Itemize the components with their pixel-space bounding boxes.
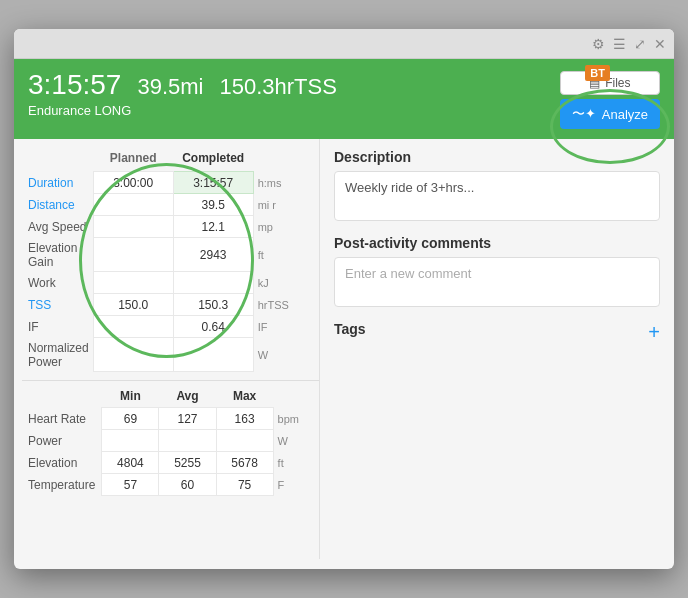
min-header: Min: [102, 385, 159, 408]
title-bar: ⚙ ☰ ⤢ ✕: [14, 29, 674, 59]
planned-header: Planned: [93, 147, 173, 172]
if-unit: IF: [253, 316, 319, 338]
elev-unit: ft: [273, 452, 319, 474]
minmax-label-header: [22, 385, 102, 408]
gear-icon[interactable]: ⚙: [592, 36, 605, 52]
table-row: Power W: [22, 430, 319, 452]
hr-avg[interactable]: 127: [159, 408, 216, 430]
minmax-unit-header: [273, 385, 319, 408]
temp-max[interactable]: 75: [216, 474, 273, 496]
elev-max[interactable]: 5678: [216, 452, 273, 474]
analyze-label: Analyze: [602, 107, 648, 122]
avgspeed-unit: mp: [253, 216, 319, 238]
if-completed[interactable]: 0.64: [173, 316, 253, 338]
header-stats: 3:15:57 39.5mi 150.3hrTSS: [28, 69, 337, 101]
table-row: Distance 39.5 mi r: [22, 194, 319, 216]
work-label: Work: [22, 272, 93, 294]
left-panel: Planned Completed Duration 3:00:00 3:15:…: [14, 139, 319, 559]
description-text[interactable]: Weekly ride of 3+hrs...: [334, 171, 660, 221]
unit-header: [253, 147, 319, 172]
right-panel: Description Weekly ride of 3+hrs... Post…: [319, 139, 674, 559]
power-unit: W: [273, 430, 319, 452]
main-content: Planned Completed Duration 3:00:00 3:15:…: [14, 139, 674, 559]
distance-label: Distance: [22, 194, 93, 216]
table-row: Work kJ: [22, 272, 319, 294]
work-planned[interactable]: [93, 272, 173, 294]
temp-unit: F: [273, 474, 319, 496]
header-left: 3:15:57 39.5mi 150.3hrTSS Endurance LONG: [28, 69, 337, 118]
power-min[interactable]: [102, 430, 159, 452]
avgspeed-planned[interactable]: [93, 216, 173, 238]
distance-planned[interactable]: [93, 194, 173, 216]
table-row: TSS 150.0 150.3 hrTSS: [22, 294, 319, 316]
hr-min[interactable]: 69: [102, 408, 159, 430]
if-planned[interactable]: [93, 316, 173, 338]
table-row: Avg Speed 12.1 mp: [22, 216, 319, 238]
header-time: 3:15:57: [28, 69, 121, 101]
waveform-icon: 〜✦: [572, 105, 596, 123]
hr-max[interactable]: 163: [216, 408, 273, 430]
tags-title: Tags: [334, 321, 366, 337]
description-title: Description: [334, 149, 660, 165]
avgspeed-completed[interactable]: 12.1: [173, 216, 253, 238]
table-row: Duration 3:00:00 3:15:57 h:ms: [22, 172, 319, 194]
elevgain-label: Elevation Gain: [22, 238, 93, 272]
menu-icon[interactable]: ☰: [613, 36, 626, 52]
analyze-button[interactable]: 〜✦ Analyze: [560, 99, 660, 129]
power-avg[interactable]: [159, 430, 216, 452]
tss-completed[interactable]: 150.3: [173, 294, 253, 316]
table-row: IF 0.64 IF: [22, 316, 319, 338]
table-row: Elevation 4804 5255 5678 ft: [22, 452, 319, 474]
title-bar-icons: ⚙ ☰ ⤢ ✕: [592, 36, 666, 52]
if-label: IF: [22, 316, 93, 338]
elev-min[interactable]: 4804: [102, 452, 159, 474]
table-row: Heart Rate 69 127 163 bpm: [22, 408, 319, 430]
normpower-planned[interactable]: [93, 338, 173, 372]
temp-avg[interactable]: 60: [159, 474, 216, 496]
comments-title: Post-activity comments: [334, 235, 660, 251]
table-row: Elevation Gain 2943 ft: [22, 238, 319, 272]
tss-label: TSS: [22, 294, 93, 316]
bt-badge: BT: [585, 65, 610, 81]
header-tss: 150.3hrTSS: [219, 74, 336, 100]
main-window: ⚙ ☰ ⤢ ✕ 3:15:57 39.5mi 150.3hrTSS Endura…: [14, 29, 674, 569]
temp-label: Temperature: [22, 474, 102, 496]
normpower-label: Normalized Power: [22, 338, 93, 372]
power-label: Power: [22, 430, 102, 452]
duration-label: Duration: [22, 172, 93, 194]
header-distance: 39.5mi: [137, 74, 203, 100]
avg-header: Avg: [159, 385, 216, 408]
close-icon[interactable]: ✕: [654, 36, 666, 52]
tags-add-button[interactable]: +: [648, 322, 660, 342]
power-max[interactable]: [216, 430, 273, 452]
elevgain-unit: ft: [253, 238, 319, 272]
comment-input[interactable]: Enter a new comment: [334, 257, 660, 307]
expand-icon[interactable]: ⤢: [634, 36, 646, 52]
elev-avg[interactable]: 5255: [159, 452, 216, 474]
table-row: Temperature 57 60 75 F: [22, 474, 319, 496]
distance-completed[interactable]: 39.5: [173, 194, 253, 216]
elevgain-planned[interactable]: [93, 238, 173, 272]
tags-row: Tags +: [334, 321, 660, 343]
duration-planned[interactable]: 3:00:00: [93, 172, 173, 194]
table-row: Normalized Power W: [22, 338, 319, 372]
duration-unit: h:ms: [253, 172, 319, 194]
hr-label: Heart Rate: [22, 408, 102, 430]
header-right: BT ▤ Files 〜✦ Analyze: [560, 69, 660, 129]
normpower-unit: W: [253, 338, 319, 372]
stats-table: Planned Completed Duration 3:00:00 3:15:…: [22, 147, 319, 372]
tss-unit: hrTSS: [253, 294, 319, 316]
temp-min[interactable]: 57: [102, 474, 159, 496]
elevgain-completed[interactable]: 2943: [173, 238, 253, 272]
hr-unit: bpm: [273, 408, 319, 430]
completed-header: Completed: [173, 147, 253, 172]
duration-completed[interactable]: 3:15:57: [173, 172, 253, 194]
normpower-completed[interactable]: [173, 338, 253, 372]
header-subtitle: Endurance LONG: [28, 103, 337, 118]
work-unit: kJ: [253, 272, 319, 294]
green-header: 3:15:57 39.5mi 150.3hrTSS Endurance LONG…: [14, 59, 674, 139]
max-header: Max: [216, 385, 273, 408]
elev-label: Elevation: [22, 452, 102, 474]
tss-planned[interactable]: 150.0: [93, 294, 173, 316]
work-completed[interactable]: [173, 272, 253, 294]
